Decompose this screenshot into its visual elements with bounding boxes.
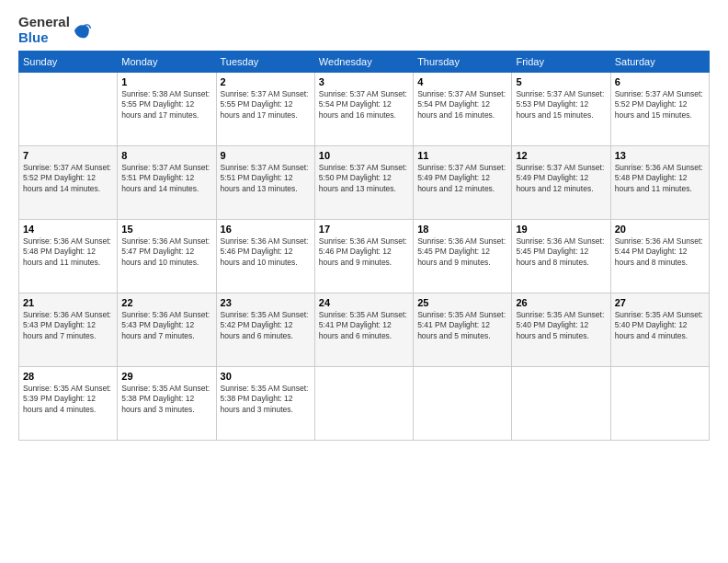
day-number: 8 — [121, 150, 211, 161]
calendar-cell: 23Sunrise: 5:35 AM Sunset: 5:42 PM Dayli… — [216, 293, 314, 367]
day-number: 19 — [516, 224, 606, 235]
day-info: Sunrise: 5:37 AM Sunset: 5:52 PM Dayligh… — [23, 163, 113, 194]
calendar-cell — [610, 367, 709, 441]
day-info: Sunrise: 5:35 AM Sunset: 5:38 PM Dayligh… — [221, 384, 311, 415]
col-header-saturday: Saturday — [610, 52, 709, 73]
calendar-cell: 11Sunrise: 5:37 AM Sunset: 5:49 PM Dayli… — [414, 146, 512, 220]
day-info: Sunrise: 5:36 AM Sunset: 5:46 PM Dayligh… — [319, 236, 409, 268]
day-number: 30 — [221, 371, 311, 382]
header-row: SundayMondayTuesdayWednesdayThursdayFrid… — [19, 52, 710, 73]
col-header-wednesday: Wednesday — [314, 52, 413, 73]
day-info: Sunrise: 5:38 AM Sunset: 5:55 PM Dayligh… — [121, 89, 211, 121]
calendar-cell: 29Sunrise: 5:35 AM Sunset: 5:38 PM Dayli… — [118, 367, 216, 441]
day-number: 14 — [23, 224, 113, 235]
day-number: 1 — [121, 76, 211, 87]
calendar-cell: 9Sunrise: 5:37 AM Sunset: 5:51 PM Daylig… — [216, 146, 314, 220]
calendar-cell: 12Sunrise: 5:37 AM Sunset: 5:49 PM Dayli… — [512, 146, 610, 220]
day-number: 13 — [615, 150, 705, 161]
day-number: 6 — [615, 76, 705, 87]
calendar-cell — [414, 367, 512, 441]
header: GeneralBlue — [18, 15, 710, 43]
calendar-cell: 14Sunrise: 5:36 AM Sunset: 5:48 PM Dayli… — [19, 220, 118, 293]
calendar-cell: 13Sunrise: 5:36 AM Sunset: 5:48 PM Dayli… — [610, 146, 709, 220]
day-number: 23 — [221, 297, 311, 308]
week-row-1: 1Sunrise: 5:38 AM Sunset: 5:55 PM Daylig… — [19, 73, 710, 146]
calendar-cell: 5Sunrise: 5:37 AM Sunset: 5:53 PM Daylig… — [512, 73, 610, 146]
col-header-sunday: Sunday — [19, 52, 118, 73]
calendar-cell: 16Sunrise: 5:36 AM Sunset: 5:46 PM Dayli… — [216, 220, 314, 293]
day-info: Sunrise: 5:36 AM Sunset: 5:48 PM Dayligh… — [615, 163, 705, 194]
day-info: Sunrise: 5:35 AM Sunset: 5:40 PM Dayligh… — [516, 310, 606, 341]
calendar-cell: 22Sunrise: 5:36 AM Sunset: 5:43 PM Dayli… — [118, 293, 216, 367]
day-info: Sunrise: 5:37 AM Sunset: 5:53 PM Dayligh… — [516, 89, 606, 121]
day-info: Sunrise: 5:37 AM Sunset: 5:54 PM Dayligh… — [417, 89, 507, 121]
calendar-cell: 4Sunrise: 5:37 AM Sunset: 5:54 PM Daylig… — [414, 73, 512, 146]
calendar-cell: 26Sunrise: 5:35 AM Sunset: 5:40 PM Dayli… — [512, 293, 610, 367]
day-info: Sunrise: 5:37 AM Sunset: 5:49 PM Dayligh… — [417, 163, 507, 194]
week-row-5: 28Sunrise: 5:35 AM Sunset: 5:39 PM Dayli… — [19, 367, 710, 441]
day-info: Sunrise: 5:36 AM Sunset: 5:45 PM Dayligh… — [417, 236, 507, 268]
day-number: 25 — [417, 297, 507, 308]
day-info: Sunrise: 5:37 AM Sunset: 5:54 PM Dayligh… — [319, 89, 409, 121]
calendar-cell: 2Sunrise: 5:37 AM Sunset: 5:55 PM Daylig… — [216, 73, 314, 146]
calendar-cell — [19, 73, 118, 146]
day-info: Sunrise: 5:35 AM Sunset: 5:38 PM Dayligh… — [121, 384, 211, 415]
calendar-cell: 28Sunrise: 5:35 AM Sunset: 5:39 PM Dayli… — [19, 367, 118, 441]
day-number: 4 — [417, 76, 507, 87]
day-info: Sunrise: 5:36 AM Sunset: 5:48 PM Dayligh… — [23, 236, 113, 268]
day-number: 17 — [319, 224, 409, 235]
day-number: 7 — [23, 150, 113, 161]
calendar-cell: 17Sunrise: 5:36 AM Sunset: 5:46 PM Dayli… — [314, 220, 413, 293]
logo-icon — [72, 20, 92, 40]
day-info: Sunrise: 5:35 AM Sunset: 5:42 PM Dayligh… — [221, 310, 311, 341]
logo: GeneralBlue — [18, 15, 92, 43]
col-header-tuesday: Tuesday — [216, 52, 314, 73]
calendar-cell: 19Sunrise: 5:36 AM Sunset: 5:45 PM Dayli… — [512, 220, 610, 293]
calendar-cell: 24Sunrise: 5:35 AM Sunset: 5:41 PM Dayli… — [314, 293, 413, 367]
calendar-cell: 18Sunrise: 5:36 AM Sunset: 5:45 PM Dayli… — [414, 220, 512, 293]
calendar-cell: 27Sunrise: 5:35 AM Sunset: 5:40 PM Dayli… — [610, 293, 709, 367]
day-info: Sunrise: 5:35 AM Sunset: 5:41 PM Dayligh… — [319, 310, 409, 341]
day-info: Sunrise: 5:36 AM Sunset: 5:47 PM Dayligh… — [121, 236, 211, 268]
day-number: 3 — [319, 76, 409, 87]
calendar-table: SundayMondayTuesdayWednesdayThursdayFrid… — [18, 51, 710, 441]
day-number: 29 — [121, 371, 211, 382]
day-info: Sunrise: 5:35 AM Sunset: 5:40 PM Dayligh… — [615, 310, 705, 341]
calendar-cell: 30Sunrise: 5:35 AM Sunset: 5:38 PM Dayli… — [216, 367, 314, 441]
day-info: Sunrise: 5:37 AM Sunset: 5:51 PM Dayligh… — [221, 163, 311, 194]
day-number: 15 — [121, 224, 211, 235]
day-info: Sunrise: 5:37 AM Sunset: 5:51 PM Dayligh… — [121, 163, 211, 194]
logo-text: GeneralBlue — [18, 15, 70, 45]
day-number: 11 — [417, 150, 507, 161]
day-number: 28 — [23, 371, 113, 382]
day-number: 5 — [516, 76, 606, 87]
calendar-cell — [512, 367, 610, 441]
day-info: Sunrise: 5:37 AM Sunset: 5:52 PM Dayligh… — [615, 89, 705, 121]
col-header-thursday: Thursday — [414, 52, 512, 73]
day-info: Sunrise: 5:37 AM Sunset: 5:49 PM Dayligh… — [516, 163, 606, 194]
day-info: Sunrise: 5:37 AM Sunset: 5:55 PM Dayligh… — [221, 89, 311, 121]
day-number: 2 — [221, 76, 311, 87]
week-row-4: 21Sunrise: 5:36 AM Sunset: 5:43 PM Dayli… — [19, 293, 710, 367]
calendar-cell: 10Sunrise: 5:37 AM Sunset: 5:50 PM Dayli… — [314, 146, 413, 220]
col-header-monday: Monday — [118, 52, 216, 73]
day-info: Sunrise: 5:37 AM Sunset: 5:50 PM Dayligh… — [319, 163, 409, 194]
week-row-3: 14Sunrise: 5:36 AM Sunset: 5:48 PM Dayli… — [19, 220, 710, 293]
day-number: 12 — [516, 150, 606, 161]
day-number: 9 — [221, 150, 311, 161]
calendar-cell: 8Sunrise: 5:37 AM Sunset: 5:51 PM Daylig… — [118, 146, 216, 220]
day-number: 16 — [221, 224, 311, 235]
day-info: Sunrise: 5:36 AM Sunset: 5:44 PM Dayligh… — [615, 236, 705, 268]
day-number: 22 — [121, 297, 211, 308]
day-number: 21 — [23, 297, 113, 308]
calendar-cell — [314, 367, 413, 441]
calendar-cell: 6Sunrise: 5:37 AM Sunset: 5:52 PM Daylig… — [610, 73, 709, 146]
calendar-cell: 20Sunrise: 5:36 AM Sunset: 5:44 PM Dayli… — [610, 220, 709, 293]
week-row-2: 7Sunrise: 5:37 AM Sunset: 5:52 PM Daylig… — [19, 146, 710, 220]
day-info: Sunrise: 5:36 AM Sunset: 5:43 PM Dayligh… — [23, 310, 113, 341]
calendar-cell: 25Sunrise: 5:35 AM Sunset: 5:41 PM Dayli… — [414, 293, 512, 367]
day-info: Sunrise: 5:36 AM Sunset: 5:46 PM Dayligh… — [221, 236, 311, 268]
day-info: Sunrise: 5:35 AM Sunset: 5:39 PM Dayligh… — [23, 384, 113, 415]
day-number: 27 — [615, 297, 705, 308]
day-number: 10 — [319, 150, 409, 161]
